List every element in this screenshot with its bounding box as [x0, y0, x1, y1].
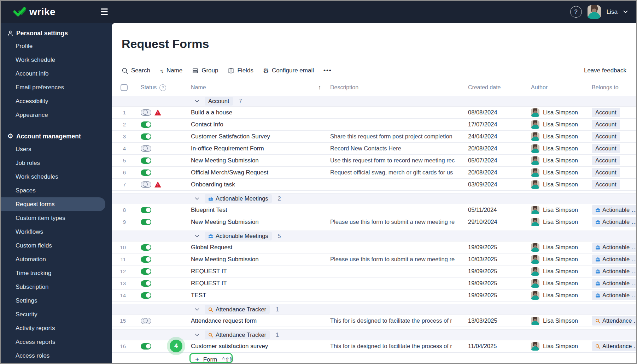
sidebar-item-automation[interactable]: Automation [1, 252, 105, 266]
belongs-to-chip[interactable]: Actionable Meetings [592, 243, 636, 252]
sidebar-item-custom-fields[interactable]: Custom fields [1, 239, 105, 252]
belongs-to-chip[interactable]: Actionable Meetings [592, 279, 636, 288]
user-avatar[interactable] [588, 5, 601, 19]
table-row[interactable]: 12 ! REQUEST IT 19/09/2025 Lisa Simpson … [112, 265, 636, 278]
group-header-row[interactable]: Actionable Meetings 5 [112, 231, 636, 241]
created-date-column-header[interactable]: Created date [468, 82, 531, 93]
status-toggle[interactable] [141, 244, 151, 251]
sidebar-item-request-forms[interactable]: Request forms [1, 197, 105, 211]
sidebar-item-work-schedules[interactable]: Work schedules [1, 170, 105, 184]
sidebar-section-header[interactable]: ⚙ Account management [1, 130, 112, 142]
form-name[interactable]: Global Request [168, 244, 326, 251]
form-name[interactable]: New Meeting Submission [168, 256, 326, 263]
sidebar-item-settings[interactable]: Settings [1, 294, 105, 308]
table-row[interactable]: 10 ! Global Request 19/09/2025 Lisa Simp… [112, 241, 636, 253]
table-row[interactable]: 9 ! New Meeting Submission Please use th… [112, 216, 636, 228]
chevron-down-icon[interactable] [195, 234, 199, 238]
belongs-to-chip[interactable]: Actionable Meetings [592, 267, 636, 276]
status-toggle[interactable] [141, 268, 151, 275]
hamburger-menu-icon[interactable] [101, 8, 109, 15]
status-toggle[interactable] [141, 343, 151, 350]
group-chip[interactable]: Attendance Tracker [205, 305, 270, 314]
sidebar-item-appearance[interactable]: Appearance [1, 108, 105, 122]
sidebar-item-activity-reports[interactable]: Activity reports [1, 321, 105, 335]
form-name[interactable]: In-office Requirement Form [168, 145, 326, 152]
group-header-row[interactable]: Attendance Tracker 1 [112, 330, 636, 340]
status-toggle[interactable] [141, 256, 151, 263]
form-name[interactable]: Customer satisfaction survey [168, 343, 326, 350]
configure-email-button[interactable]: ⚙ Configure email [263, 67, 314, 74]
status-toggle[interactable] [141, 145, 151, 152]
select-all-checkbox[interactable] [121, 84, 128, 91]
status-toggle[interactable] [141, 292, 151, 299]
belongs-to-chip[interactable]: Account [592, 168, 620, 177]
form-name[interactable]: Contact Info [168, 121, 326, 128]
table-row[interactable]: 11 ! New Meeting Submission Please use t… [112, 253, 636, 265]
search-button[interactable]: Search [122, 67, 150, 74]
table-row[interactable]: 16 ! Customer satisfaction survey This f… [112, 340, 636, 352]
sidebar-item-profile[interactable]: Profile [1, 39, 105, 53]
belongs-to-column-header[interactable]: Belongs to [592, 82, 636, 93]
table-row[interactable]: 5 ! New Meeting Submission Use this requ… [112, 155, 636, 167]
status-toggle[interactable] [141, 318, 151, 324]
sidebar-item-security[interactable]: Security [1, 308, 105, 321]
chevron-down-icon[interactable] [195, 308, 199, 311]
belongs-to-chip[interactable]: Actionable Meetings [592, 217, 636, 227]
belongs-to-chip[interactable]: Account [592, 120, 620, 129]
description-column-header[interactable]: Description [326, 82, 468, 93]
belongs-to-chip[interactable]: Actionable Meetings [592, 255, 636, 264]
help-icon[interactable]: ? [570, 6, 582, 18]
status-toggle[interactable] [141, 133, 151, 140]
form-name[interactable]: Build a a house [168, 109, 326, 116]
form-name[interactable]: REQUEST IT [168, 280, 326, 287]
name-column-header[interactable]: Name [191, 84, 206, 91]
sidebar-item-custom-item-types[interactable]: Custom item types [1, 211, 105, 225]
table-row[interactable]: 1 ! Build a a house 08/08/2024 Lisa Simp… [112, 107, 636, 119]
form-name[interactable]: Customer Satisfaction Survey [168, 133, 326, 140]
sidebar-item-subscription[interactable]: Subscription [1, 280, 105, 294]
sidebar-item-account-info[interactable]: Account info [1, 67, 105, 80]
status-help-icon[interactable]: ? [159, 84, 166, 91]
form-name[interactable]: Onboarding task [168, 181, 326, 188]
user-name[interactable]: Lisa [607, 8, 618, 16]
group-chip[interactable]: Attendance Tracker [205, 330, 270, 339]
table-row[interactable]: 8 ! Blueprint Test 05/11/2024 Lisa Simps… [112, 204, 636, 216]
status-toggle[interactable] [141, 157, 151, 164]
author-column-header[interactable]: Author [531, 82, 592, 93]
group-button[interactable]: Group [192, 67, 218, 74]
more-button[interactable]: ••• [323, 67, 332, 74]
sidebar-item-work-schedule[interactable]: Work schedule [1, 53, 105, 67]
status-column-header[interactable]: Status [141, 84, 157, 91]
table-row[interactable]: 6 ! Official Merch/Swag Request Request … [112, 167, 636, 179]
add-form-button[interactable]: Form [203, 356, 217, 363]
belongs-to-chip[interactable]: Account [592, 108, 620, 117]
status-toggle[interactable] [141, 109, 151, 116]
belongs-to-chip[interactable]: Account [592, 180, 620, 189]
form-name[interactable]: New Meeting Submission [168, 157, 326, 164]
form-name[interactable]: REQUEST IT [168, 268, 326, 275]
sidebar-item-job-roles[interactable]: Job roles [1, 156, 105, 170]
chevron-down-icon[interactable] [195, 333, 199, 336]
table-row[interactable]: 3 ! Customer Satisfaction Survey Share t… [112, 131, 636, 143]
belongs-to-chip[interactable]: Actionable Meetings [592, 205, 636, 215]
table-row[interactable]: 13 ! REQUEST IT 19/09/2025 Lisa Simpson … [112, 278, 636, 290]
sidebar-item-access-reports[interactable]: Access reports [1, 335, 105, 349]
belongs-to-chip[interactable]: Actionable Meetings [592, 291, 636, 300]
sidebar-item-workflows[interactable]: Workflows [1, 225, 105, 239]
form-name[interactable]: New Meeting Submission [168, 219, 326, 226]
group-chip[interactable]: Actionable Meetings [205, 194, 272, 203]
group-chip[interactable]: Actionable Meetings [205, 232, 272, 240]
belongs-to-chip[interactable]: Account [592, 156, 620, 165]
belongs-to-chip[interactable]: Attendance Tracker [592, 341, 636, 351]
sidebar-item-spaces[interactable]: Spaces [1, 184, 105, 197]
table-row[interactable]: 15 ! Attendance request form This for is… [112, 315, 636, 327]
form-name[interactable]: Attendance request form [168, 317, 326, 324]
leave-feedback-link[interactable]: Leave feedback [584, 67, 626, 74]
group-header-row[interactable]: Actionable Meetings 2 [112, 193, 636, 204]
wrike-logo[interactable]: wrike [13, 6, 55, 18]
sidebar-item-time-tracking[interactable]: Time tracking [1, 266, 105, 280]
chevron-down-icon[interactable] [623, 10, 628, 13]
chevron-down-icon[interactable] [195, 197, 199, 200]
status-toggle[interactable] [141, 121, 151, 128]
sidebar-item-users[interactable]: Users [1, 142, 105, 156]
